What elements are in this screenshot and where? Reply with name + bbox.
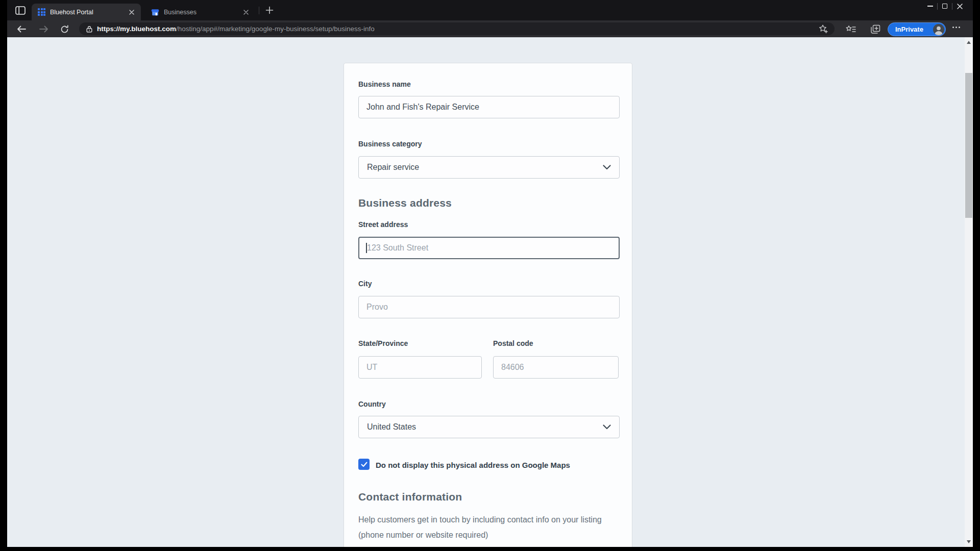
contact-information-description: Help customers get in touch by including… [358, 512, 624, 543]
arrow-down-icon [967, 540, 971, 543]
url-path: /hosting/app#/marketing/google-my-busine… [176, 25, 375, 33]
close-icon [957, 4, 963, 9]
chevron-down-icon [603, 424, 611, 430]
favorites-button[interactable] [844, 23, 857, 35]
tab-businesses[interactable]: Businesses [145, 4, 255, 20]
hide-address-checkbox-label: Do not display this physical address on … [376, 461, 570, 469]
inprivate-profile-button[interactable]: InPrivate [888, 22, 946, 36]
vertical-scrollbar[interactable] [965, 37, 973, 547]
city-input[interactable] [358, 296, 620, 318]
business-category-label: Business category [358, 140, 422, 148]
tab-close-icon[interactable] [128, 8, 136, 16]
tab-bluehost-portal[interactable]: Bluehost Portal [32, 4, 141, 20]
hide-address-checkbox[interactable] [358, 459, 370, 470]
refresh-button[interactable] [58, 23, 70, 35]
tab-separator [259, 7, 259, 14]
state-input[interactable] [358, 356, 482, 379]
back-button[interactable] [15, 23, 28, 35]
arrow-up-icon [967, 41, 971, 44]
tab-title: Businesses [164, 9, 242, 16]
business-category-select[interactable]: Repair service [358, 156, 620, 179]
add-favorite-icon[interactable] [818, 24, 828, 34]
avatar[interactable] [933, 24, 944, 35]
close-button[interactable] [952, 2, 967, 11]
inprivate-badge: InPrivate [895, 26, 933, 33]
bluehost-favicon-icon [38, 8, 45, 16]
country-label: Country [358, 400, 386, 408]
tab-layout-icon[interactable] [15, 6, 26, 15]
minimize-button[interactable] [923, 2, 937, 11]
maximize-button[interactable] [938, 2, 952, 11]
state-label: State/Province [358, 339, 408, 347]
checkmark-icon [361, 462, 368, 467]
tab-title: Bluehost Portal [50, 9, 128, 16]
business-name-label: Business name [358, 80, 411, 88]
text-caret [366, 243, 367, 253]
postal-code-label: Postal code [493, 339, 533, 347]
address-bar[interactable]: https://my.bluehost.com/hosting/app#/mar… [79, 22, 835, 35]
browser-tab-strip: Bluehost Portal Businesses [7, 0, 973, 20]
business-category-value: Repair service [367, 163, 603, 172]
business-address-heading: Business address [358, 197, 452, 209]
street-address-input[interactable] [358, 237, 620, 259]
lock-icon [86, 26, 92, 33]
country-select[interactable]: United States [358, 416, 620, 438]
url-origin: https://my.bluehost.com [97, 25, 176, 33]
business-name-input[interactable] [358, 96, 620, 118]
url-text: https://my.bluehost.com/hosting/app#/mar… [97, 25, 818, 33]
street-address-label: Street address [358, 220, 408, 229]
browser-toolbar: https://my.bluehost.com/hosting/app#/mar… [7, 20, 973, 37]
city-label: City [358, 280, 372, 288]
minimize-icon [927, 6, 933, 7]
maximize-icon [942, 4, 947, 9]
page-background: Business name Business category Repair s… [7, 37, 965, 547]
window-controls [923, 1, 967, 11]
storefront-favicon-icon [151, 8, 159, 16]
scroll-down-button[interactable] [965, 538, 973, 546]
new-tab-button[interactable] [264, 5, 275, 16]
tab-close-icon[interactable] [242, 8, 250, 16]
scroll-up-button[interactable] [965, 38, 973, 46]
postal-code-input[interactable] [493, 356, 619, 379]
business-info-card: Business name Business category Repair s… [344, 63, 632, 547]
browser-menu-button[interactable] [952, 27, 960, 28]
forward-button[interactable] [38, 23, 50, 35]
chevron-down-icon [603, 165, 611, 170]
collections-button[interactable] [869, 23, 882, 35]
scrollbar-thumb[interactable] [965, 73, 972, 218]
country-value: United States [367, 422, 603, 432]
contact-information-heading: Contact information [358, 491, 462, 503]
